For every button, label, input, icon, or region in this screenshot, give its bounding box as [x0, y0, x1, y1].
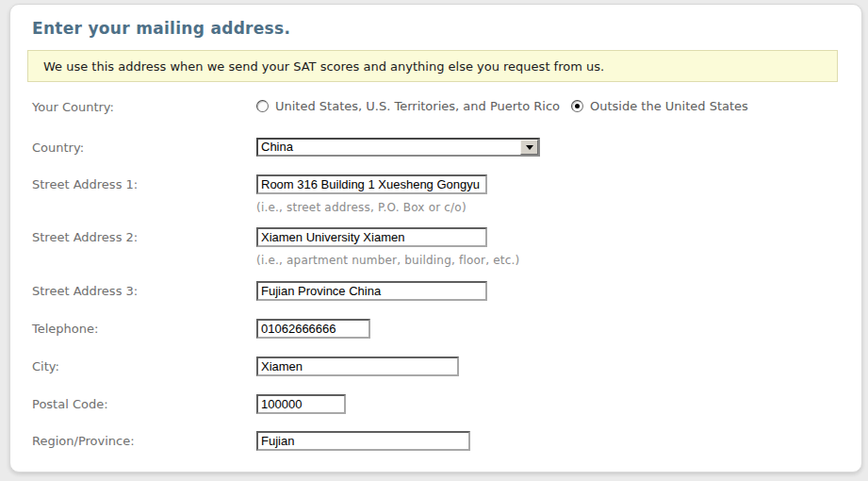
page-title: Enter your mailing address. [32, 19, 861, 38]
telephone-input[interactable] [256, 319, 370, 339]
city-label: City: [32, 357, 256, 373]
radio-us-territories-label[interactable]: United States, U.S. Territories, and Pue… [275, 99, 560, 113]
country-select-value: China [258, 140, 520, 155]
street-address-2-label: Street Address 2: [32, 227, 256, 244]
street-address-1-input[interactable] [256, 174, 487, 194]
radio-outside-us[interactable] [571, 100, 583, 112]
row-street-address-1: Street Address 1: (i.e., street address,… [32, 174, 861, 214]
street-address-3-input[interactable] [256, 281, 487, 301]
region-province-label: Region/Province: [32, 431, 256, 448]
country-select[interactable]: China [256, 138, 540, 157]
street-address-3-label: Street Address 3: [32, 281, 256, 298]
notice-text: We use this address when we send your SA… [43, 59, 604, 74]
street-address-1-label: Street Address 1: [32, 174, 256, 191]
country-label: Country: [32, 138, 256, 155]
radio-us-territories[interactable] [256, 100, 269, 112]
street-address-2-group: (i.e., apartment number, building, floor… [256, 227, 519, 267]
postal-code-input[interactable] [256, 394, 346, 414]
row-postal-code: Postal Code: [32, 394, 861, 414]
street-address-1-hint: (i.e., street address, P.O. Box or c/o) [256, 201, 487, 214]
row-city: City: [32, 357, 861, 376]
country-choice-group: United States, U.S. Territories, and Pue… [256, 97, 748, 113]
dropdown-arrow-icon [526, 145, 533, 150]
row-street-address-2: Street Address 2: (i.e., apartment numbe… [32, 227, 861, 267]
row-country: Country: China [32, 138, 861, 157]
city-input[interactable] [256, 357, 459, 376]
your-country-label: Your Country: [32, 97, 256, 114]
row-street-address-3: Street Address 3: [32, 281, 861, 301]
row-region-province: Region/Province: [32, 431, 861, 451]
mailing-address-panel: Enter your mailing address. We use this … [9, 4, 862, 473]
row-telephone: Telephone: [32, 319, 861, 339]
street-address-2-input[interactable] [256, 227, 487, 247]
country-select-button[interactable] [520, 140, 538, 155]
street-address-2-hint: (i.e., apartment number, building, floor… [256, 254, 519, 267]
notice-banner: We use this address when we send your SA… [27, 50, 838, 82]
postal-code-label: Postal Code: [32, 394, 256, 411]
region-province-input[interactable] [256, 431, 470, 451]
radio-outside-us-label[interactable]: Outside the United States [590, 99, 748, 113]
street-address-1-group: (i.e., street address, P.O. Box or c/o) [256, 174, 487, 214]
telephone-label: Telephone: [32, 319, 256, 336]
row-your-country: Your Country: United States, U.S. Territ… [32, 97, 861, 114]
